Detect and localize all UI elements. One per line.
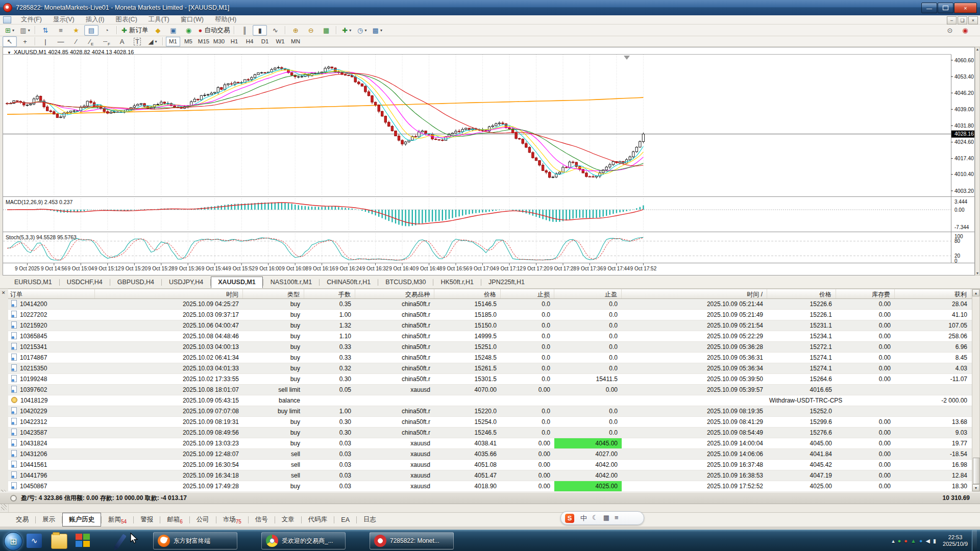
menu-item[interactable]: 窗口(W) xyxy=(175,15,209,24)
table-row[interactable]: 102159202025.10.06 04:00:47buy1.32china5… xyxy=(8,320,972,331)
candlestick-chart[interactable]: 9 Oct 20259 Oct 14:569 Oct 15:049 Oct 15… xyxy=(3,47,974,275)
timeframe-m5[interactable]: M5 xyxy=(181,37,195,46)
chart-tab-btcusd,m30[interactable]: BTCUSD,M30 xyxy=(378,277,433,288)
new-chart-icon[interactable]: ⊞▾ xyxy=(3,25,17,36)
hidden-icons-arrow-icon[interactable]: ▴ xyxy=(892,538,895,544)
column-header[interactable]: 价格 xyxy=(767,289,836,298)
zoom-in-icon[interactable]: ⊕ xyxy=(288,25,303,36)
column-header[interactable]: 交易品种 xyxy=(355,289,434,298)
maximize-button[interactable] xyxy=(938,3,953,13)
safety-green-icon[interactable]: ● xyxy=(898,538,901,544)
file-explorer-icon[interactable] xyxy=(51,534,67,549)
menu-item[interactable]: 插入(I) xyxy=(80,15,110,24)
column-header[interactable]: 时间 / xyxy=(622,289,767,298)
column-header[interactable]: 手数 xyxy=(304,289,355,298)
terminal-tab-交易[interactable]: 交易 xyxy=(9,513,35,527)
timeframe-d1[interactable]: D1 xyxy=(258,37,272,46)
cursor-icon[interactable]: ↖ xyxy=(3,36,17,47)
search-icon[interactable]: ⊙ xyxy=(943,25,957,36)
terminal-tab-新闻[interactable]: 新闻54 xyxy=(102,513,133,527)
timeframe-h4[interactable]: H4 xyxy=(242,37,257,46)
column-header[interactable]: 止损 xyxy=(501,289,554,298)
terminal-tab-代码库[interactable]: 代码库 xyxy=(302,513,334,527)
templates-icon[interactable]: ▩▾ xyxy=(370,25,384,36)
timeframe-w1[interactable]: W1 xyxy=(273,37,287,46)
taskbar-clock[interactable]: 22:53 2025/10/9 xyxy=(943,534,968,547)
terminal-tab-市场[interactable]: 市场75 xyxy=(216,513,248,527)
chart-tab-xauusd,m1[interactable]: XAUUSD,M1 xyxy=(211,277,263,288)
chart-tab-nas100ft.r,m1[interactable]: NAS100ft.r,M1 xyxy=(263,277,319,288)
table-row[interactable]: 104223122025.10.09 08:19:31buy0.30china5… xyxy=(8,417,972,428)
indicators-icon[interactable]: ✚▾ xyxy=(339,25,354,36)
column-header[interactable]: 订单 xyxy=(8,289,95,298)
ime-option-icon[interactable]: ≡ xyxy=(615,514,619,523)
column-header[interactable]: 价格 xyxy=(434,289,501,298)
colors-app-icon[interactable] xyxy=(76,534,91,548)
ime-option-icon[interactable]: ☾ xyxy=(592,514,598,523)
alert-red-icon[interactable]: ● xyxy=(904,538,908,544)
table-row[interactable]: 101748672025.10.02 06:41:34buy0.33china5… xyxy=(8,353,972,363)
signals-icon[interactable]: ◉ xyxy=(181,25,195,36)
community-icon[interactable]: ◉ xyxy=(958,25,972,36)
table-row[interactable]: 102272022025.10.03 09:37:17buy1.00china5… xyxy=(8,310,972,320)
taskbar-app-chrome[interactable]: 受欢迎的交易商_... xyxy=(261,532,346,549)
table-row[interactable]: 102153412025.10.03 04:00:13buy0.33china5… xyxy=(8,342,972,353)
text-label-icon[interactable]: T xyxy=(130,36,144,47)
price-chart[interactable]: 9 Oct 20259 Oct 14:569 Oct 15:049 Oct 15… xyxy=(3,47,975,276)
tile-windows-icon[interactable]: ▦ xyxy=(319,25,333,36)
table-row[interactable]: 104181292025.10.09 05:43:15balanceWithdr… xyxy=(8,395,972,406)
table-row[interactable]: 103658452025.10.08 04:48:46buy1.10china5… xyxy=(8,331,972,342)
terminal-tab-警报[interactable]: 警报 xyxy=(134,513,160,527)
zoom-out-icon[interactable]: ⊖ xyxy=(304,25,318,36)
table-row[interactable]: 104142002025.10.09 04:25:27buy0.35china5… xyxy=(8,299,972,310)
chart-tab-china50ft.r,h1[interactable]: CHINA50ft.r,H1 xyxy=(320,277,378,288)
table-row[interactable]: 104318242025.10.09 13:03:23buy0.03xauusd… xyxy=(8,438,972,449)
ime-option-icon[interactable]: ▦ xyxy=(603,514,609,523)
table-row[interactable]: 104417962025.10.09 16:34:18sell0.03xauus… xyxy=(8,470,972,481)
chart-tab-jpn225ft,h1[interactable]: JPN225ft,H1 xyxy=(481,277,532,288)
column-header[interactable]: 获利 xyxy=(895,289,971,298)
menu-item[interactable]: 工具(T) xyxy=(143,15,175,24)
periods-icon[interactable]: ◷▾ xyxy=(355,25,369,36)
chart-menu-icon[interactable] xyxy=(3,16,11,23)
table-row[interactable]: 102153502025.10.03 04:01:33buy0.32china5… xyxy=(8,363,972,374)
text-icon[interactable]: A xyxy=(115,36,129,47)
column-header[interactable]: 类型 xyxy=(243,289,304,298)
quotes-app-icon[interactable]: ∿ xyxy=(27,534,42,548)
expert-advisors-icon[interactable]: ▣ xyxy=(166,25,180,36)
timeframe-h1[interactable]: H1 xyxy=(227,37,241,46)
minimize-button[interactable]: — xyxy=(921,3,937,13)
terminal-close-icon[interactable]: ✕ xyxy=(2,290,6,295)
child-close-button[interactable]: × xyxy=(968,16,978,24)
menu-item[interactable]: 显示(V) xyxy=(47,15,80,24)
history-scrollbar[interactable]: ▲ ▼ xyxy=(972,289,980,492)
table-row[interactable]: 103976022025.10.08 18:01:07sell limit0.0… xyxy=(8,385,972,395)
equidistant-channel-icon[interactable]: ∕E xyxy=(84,36,99,47)
table-row[interactable]: 101992482025.10.02 17:33:55buy0.30china5… xyxy=(8,374,972,385)
metaeditor-icon[interactable]: ◆ xyxy=(151,25,165,36)
candlestick-chart-icon[interactable]: ▮ xyxy=(253,25,267,36)
horizontal-line-icon[interactable]: — xyxy=(54,36,68,47)
timeframe-mn[interactable]: MN xyxy=(288,37,303,46)
network-icon[interactable]: ▮ xyxy=(933,538,936,544)
taskbar-app-eastmoney[interactable]: 东方财富终端 xyxy=(153,532,237,549)
one-click-trading-icon[interactable]: ▼ xyxy=(7,51,11,55)
chart-tab-gbpusd,h4[interactable]: GBPUSD,H4 xyxy=(110,277,161,288)
table-row[interactable]: 104202292025.10.09 07:07:08buy limit1.00… xyxy=(8,406,972,417)
terminal-tab-文章[interactable]: 文章 xyxy=(275,513,301,527)
timeframe-m1[interactable]: M1 xyxy=(166,37,180,46)
autotrading-button[interactable]: ●自动交易 xyxy=(197,25,231,36)
terminal-tab-公司[interactable]: 公司 xyxy=(190,513,216,527)
terminal-icon[interactable]: ▤ xyxy=(84,25,99,36)
vertical-line-icon[interactable]: | xyxy=(38,36,53,47)
chart-tab-hk50ft.r,h1[interactable]: HK50ft.r,H1 xyxy=(433,277,481,288)
shield-green-icon[interactable]: ▲ xyxy=(911,538,916,544)
terminal-tab-信号[interactable]: 信号 xyxy=(249,513,275,527)
table-row[interactable]: 104235872025.10.09 08:49:56buy0.30china5… xyxy=(8,428,972,438)
chart-tab-usdjpy,h4[interactable]: USDJPY,H4 xyxy=(162,277,210,288)
chart-scrollbar[interactable]: ▲▼ xyxy=(975,47,980,276)
ime-option-icon[interactable]: 中 xyxy=(580,514,587,523)
table-row[interactable]: 104312062025.10.09 12:48:07sell0.03xauus… xyxy=(8,449,972,460)
terminal-tab-EA[interactable]: EA xyxy=(334,514,356,526)
terminal-tab-展示[interactable]: 展示 xyxy=(36,513,62,527)
